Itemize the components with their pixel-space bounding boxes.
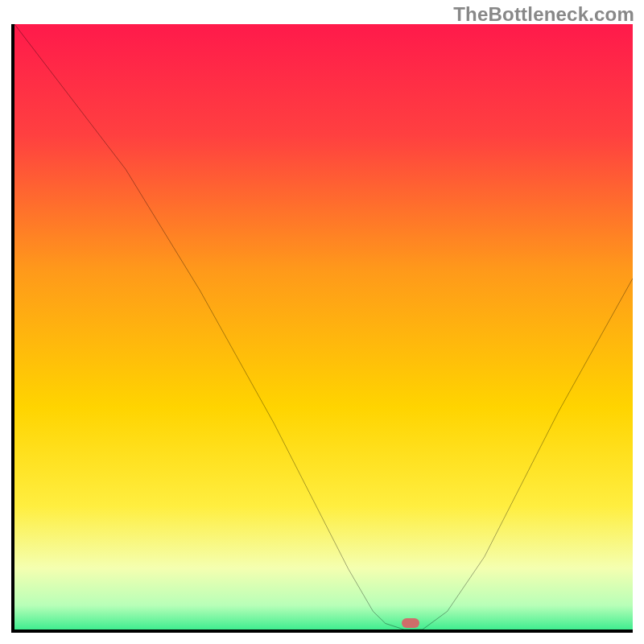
- plot-area: [11, 24, 633, 633]
- bottleneck-curve: [14, 24, 633, 630]
- optimal-point-marker: [402, 618, 419, 628]
- chart-container: TheBottleneck.com: [0, 0, 644, 644]
- watermark-text: TheBottleneck.com: [453, 3, 634, 26]
